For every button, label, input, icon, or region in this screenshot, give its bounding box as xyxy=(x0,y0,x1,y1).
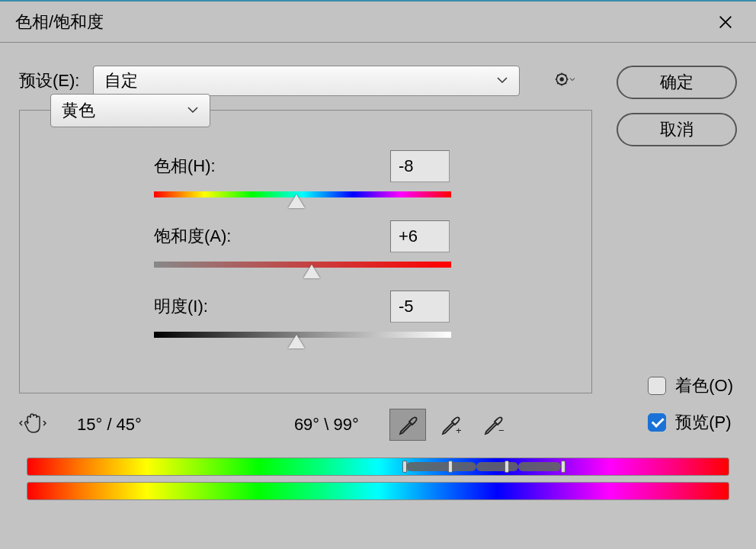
chevron-down-icon xyxy=(187,101,199,120)
range-handle-4[interactable] xyxy=(561,461,565,473)
gear-icon xyxy=(555,69,575,89)
eyedropper-icon xyxy=(396,413,419,436)
lightness-input[interactable]: -5 xyxy=(390,291,450,323)
saturation-label: 饱和度(A): xyxy=(154,225,390,248)
preset-dropdown[interactable]: 自定 xyxy=(93,66,520,96)
preset-value: 自定 xyxy=(104,69,138,92)
titlebar: 色相/饱和度 xyxy=(0,2,756,43)
color-range-dropdown[interactable]: 黄色 xyxy=(50,94,210,127)
dialog-title: 色相/饱和度 xyxy=(15,11,104,34)
color-bar-output xyxy=(27,482,729,500)
hue-label: 色相(H): xyxy=(154,155,390,178)
adjustment-group: 黄色 色相(H): -8 饱和度(A): +6 明度(I): -5 xyxy=(19,110,592,393)
preview-label: 预览(P) xyxy=(675,411,731,434)
saturation-slider-handle[interactable] xyxy=(303,265,320,278)
close-button[interactable] xyxy=(710,7,741,37)
saturation-slider[interactable] xyxy=(154,262,451,268)
hue-slider-handle[interactable] xyxy=(288,194,305,208)
ok-button[interactable]: 确定 xyxy=(617,66,737,99)
eyedropper-minus-icon: − xyxy=(482,413,505,436)
colorize-checkbox[interactable] xyxy=(648,377,666,395)
hand-icon xyxy=(19,409,46,437)
eyedropper-button[interactable] xyxy=(389,409,426,441)
colorize-label: 着色(O) xyxy=(675,374,733,397)
color-bar-input[interactable] xyxy=(27,458,729,476)
eyedropper-add-button[interactable]: + xyxy=(432,409,469,441)
range-handle-1[interactable] xyxy=(402,461,407,473)
preview-checkbox[interactable] xyxy=(648,413,666,432)
scrubby-hand-tool[interactable] xyxy=(19,409,46,440)
colorize-checkbox-row[interactable]: 着色(O) xyxy=(648,374,733,397)
range-marker-outer-right[interactable] xyxy=(518,462,560,471)
svg-text:−: − xyxy=(498,425,505,436)
color-range-value: 黄色 xyxy=(62,99,95,122)
range-marker-outer-left[interactable] xyxy=(476,462,518,471)
preset-label: 预设(E): xyxy=(19,69,79,92)
range-marker-inner[interactable] xyxy=(406,462,476,471)
svg-point-1 xyxy=(560,77,564,81)
close-icon xyxy=(717,14,734,30)
lightness-slider-handle[interactable] xyxy=(288,335,305,348)
chevron-down-icon xyxy=(496,71,508,91)
range-left-text: 15° / 45° xyxy=(77,415,142,435)
lightness-label: 明度(I): xyxy=(154,295,390,318)
saturation-input[interactable]: +6 xyxy=(390,220,450,252)
svg-text:+: + xyxy=(456,425,462,436)
range-handle-2[interactable] xyxy=(448,461,453,473)
range-handle-3[interactable] xyxy=(505,461,509,473)
lightness-slider[interactable] xyxy=(154,332,451,338)
hue-slider[interactable] xyxy=(154,191,451,197)
preview-checkbox-row[interactable]: 预览(P) xyxy=(648,411,733,434)
preset-settings-button[interactable] xyxy=(555,69,575,92)
eyedropper-subtract-button[interactable]: − xyxy=(475,409,511,441)
eyedropper-plus-icon: + xyxy=(439,413,462,436)
cancel-button[interactable]: 取消 xyxy=(617,113,737,146)
hue-input[interactable]: -8 xyxy=(390,150,450,182)
range-right-text: 69° \ 99° xyxy=(294,415,359,435)
